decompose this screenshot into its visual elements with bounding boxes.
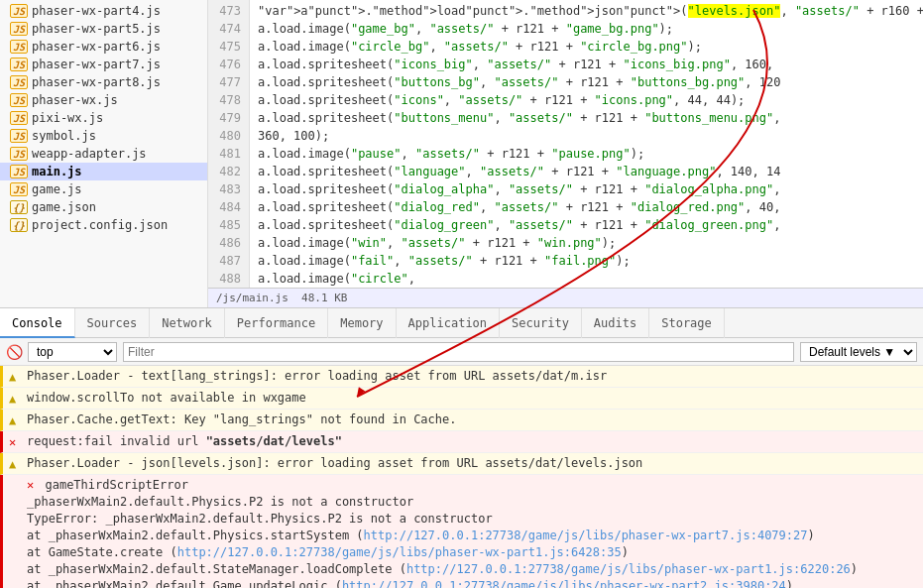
code-line: a.load.spritesheet("icons_big", "assets/… <box>258 56 923 73</box>
line-number: 473 <box>208 2 241 20</box>
js-icon: JS <box>10 165 28 178</box>
js-icon: JS <box>10 40 28 54</box>
entry-text: request:fail invalid url "assets/dat/lev… <box>27 432 917 450</box>
levels-select[interactable]: Default levels ▼ <box>800 342 917 362</box>
code-line: a.load.spritesheet("dialog_red", "assets… <box>258 198 923 216</box>
sidebar-item-main-js[interactable]: JSmain.js <box>0 163 207 180</box>
line-number: 488 <box>208 270 241 288</box>
error-link[interactable]: http://127.0.0.1:27738/game/js/libs/phas… <box>364 529 808 542</box>
sidebar-item-phaser-wx-part5-js[interactable]: JSphaser-wx-part5.js <box>0 20 207 38</box>
code-line: a.load.image("game_bg", "assets/" + r121… <box>258 20 923 38</box>
code-line: a.load.image("circle", <box>258 270 923 288</box>
warning-icon: ▲ <box>9 455 23 473</box>
js-icon: JS <box>10 129 28 143</box>
line-numbers: 4734744754764774784794804814824834844854… <box>208 0 250 288</box>
line-number: 487 <box>208 252 241 270</box>
error-link[interactable]: http://127.0.0.1:27738/game/js/libs/phas… <box>342 579 786 588</box>
error-block-detail: at _phaserWxMain2.default.StateManager.l… <box>27 561 858 578</box>
code-line: "var">a"punct">."method">load"punct">."m… <box>258 2 923 20</box>
sidebar-item-label: phaser-wx-part7.js <box>32 58 161 71</box>
tab-sources[interactable]: Sources <box>75 308 151 338</box>
line-number: 483 <box>208 180 241 198</box>
sidebar-item-phaser-wx-js[interactable]: JSphaser-wx.js <box>0 91 207 109</box>
file-path: /js/main.js <box>216 292 288 304</box>
code-line: a.load.spritesheet("language", "assets/"… <box>258 163 923 180</box>
sidebar-item-pixi-wx-js[interactable]: JSpixi-wx.js <box>0 109 207 127</box>
warning-icon: ▲ <box>9 368 23 386</box>
code-line: a.load.spritesheet("dialog_green", "asse… <box>258 216 923 234</box>
line-number: 482 <box>208 163 241 180</box>
code-line: a.load.image("fail", "assets/" + r121 + … <box>258 252 923 270</box>
sidebar-item-label: phaser-wx-part8.js <box>32 75 161 89</box>
sidebar-item-label: project.config.json <box>32 218 168 232</box>
json-icon: {} <box>10 218 28 232</box>
sidebar-item-phaser-wx-part7-js[interactable]: JSphaser-wx-part7.js <box>0 56 207 73</box>
error-block-detail: TypeError: _phaserWxMain2.default.Physic… <box>27 511 493 528</box>
sidebar-item-label: phaser-wx-part4.js <box>32 4 161 18</box>
tab-network[interactable]: Network <box>150 308 225 338</box>
js-icon: JS <box>10 111 28 125</box>
error-block-detail: at _phaserWxMain2.default.Physics.startS… <box>27 528 815 544</box>
code-line: a.load.image("win", "assets/" + r121 + "… <box>258 234 923 252</box>
line-number: 477 <box>208 73 241 91</box>
sidebar-item-label: symbol.js <box>32 129 96 143</box>
block-button[interactable]: 🚫 <box>6 344 22 360</box>
sidebar-item-symbol-js[interactable]: JSsymbol.js <box>0 127 207 145</box>
file-status: /js/main.js 48.1 KB <box>208 288 923 307</box>
sidebar-item-game-js[interactable]: JSgame.js <box>0 180 207 198</box>
sidebar-item-phaser-wx-part4-js[interactable]: JSphaser-wx-part4.js <box>0 2 207 20</box>
sidebar-item-weapp-adapter-js[interactable]: JSweapp-adapter.js <box>0 145 207 163</box>
js-icon: JS <box>10 22 28 36</box>
line-number: 474 <box>208 20 241 38</box>
filter-input[interactable] <box>123 342 794 362</box>
code-line: a.load.spritesheet("buttons_bg", "assets… <box>258 73 923 91</box>
line-number: 476 <box>208 56 241 73</box>
error-icon: ✕ <box>27 478 41 492</box>
error-link[interactable]: http://127.0.0.1:27738/game/js/libs/phas… <box>177 545 622 559</box>
tab-bar: ConsoleSourcesNetworkPerformanceMemoryAp… <box>0 308 923 338</box>
error-main-line: ✕ gameThirdScriptError <box>27 477 188 494</box>
tab-memory[interactable]: Memory <box>328 308 396 338</box>
error-block-detail: at GameState.create (http://127.0.0.1:27… <box>27 544 629 561</box>
console-error-block: ✕ gameThirdScriptError_phaserWxMain2.def… <box>0 475 923 588</box>
error-block-detail: _phaserWxMain2.default.Physics.P2 is not… <box>27 494 413 511</box>
sidebar-item-phaser-wx-part8-js[interactable]: JSphaser-wx-part8.js <box>0 73 207 91</box>
tab-security[interactable]: Security <box>500 308 582 338</box>
js-icon: JS <box>10 75 28 89</box>
js-icon: JS <box>10 93 28 107</box>
sidebar-item-label: game.json <box>32 200 96 214</box>
tab-console[interactable]: Console <box>0 308 75 338</box>
error-block-detail: at _phaserWxMain2.default.Game.updateLog… <box>27 578 793 588</box>
js-icon: JS <box>10 58 28 71</box>
console-warning-entry: ▲window.scrollTo not available in wxgame <box>0 388 923 410</box>
tab-application[interactable]: Application <box>397 308 500 338</box>
json-icon: {} <box>10 200 28 214</box>
sidebar-item-label: main.js <box>32 165 82 178</box>
tab-audits[interactable]: Audits <box>582 308 649 338</box>
context-select[interactable]: top <box>28 342 117 362</box>
console-warning-entry: ▲Phaser.Cache.getText: Key "lang_strings… <box>0 410 923 431</box>
sidebar-item-label: pixi-wx.js <box>32 111 103 125</box>
sidebar-item-game-json[interactable]: {}game.json <box>0 198 207 216</box>
line-number: 481 <box>208 145 241 163</box>
entry-text: Phaser.Cache.getText: Key "lang_strings"… <box>27 411 917 428</box>
sidebar-item-phaser-wx-part6-js[interactable]: JSphaser-wx-part6.js <box>0 38 207 56</box>
tab-performance[interactable]: Performance <box>225 308 328 338</box>
sidebar-item-label: game.js <box>32 182 82 196</box>
console-warning-entry: ▲Phaser.Loader - text[lang_strings]: err… <box>0 366 923 388</box>
console-output: ▲Phaser.Loader - text[lang_strings]: err… <box>0 366 923 588</box>
code-line: a.load.image("circle_bg", "assets/" + r1… <box>258 38 923 56</box>
code-line: a.load.image("pause", "assets/" + r121 +… <box>258 145 923 163</box>
sidebar-item-label: phaser-wx-part5.js <box>32 22 161 36</box>
code-line: a.load.spritesheet("buttons_menu", "asse… <box>258 109 923 127</box>
file-sidebar: JSphaser-wx-part4.jsJSphaser-wx-part5.js… <box>0 0 208 307</box>
tab-storage[interactable]: Storage <box>649 308 725 338</box>
code-lines: "var">a"punct">."method">load"punct">."m… <box>250 0 923 288</box>
error-link[interactable]: http://127.0.0.1:27738/game/js/libs/phas… <box>406 562 851 576</box>
console-error-entry: ✕request:fail invalid url "assets/dat/le… <box>0 431 923 453</box>
code-line: a.load.spritesheet("dialog_alpha", "asse… <box>258 180 923 198</box>
line-number: 479 <box>208 109 241 127</box>
line-number: 478 <box>208 91 241 109</box>
sidebar-item-project-config-json[interactable]: {}project.config.json <box>0 216 207 234</box>
line-number: 475 <box>208 38 241 56</box>
